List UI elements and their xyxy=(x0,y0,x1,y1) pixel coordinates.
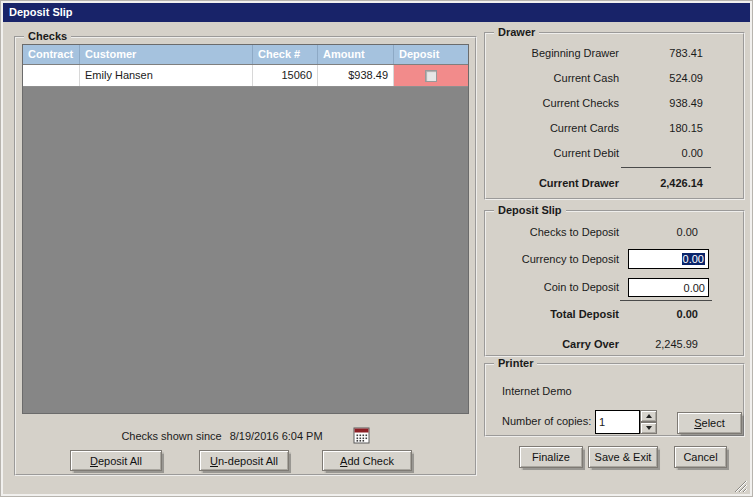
checks-shown-since-label: Checks shown since xyxy=(121,430,221,442)
current-checks-value: 938.49 xyxy=(669,97,703,109)
deposit-slip-group-label: Deposit Slip xyxy=(494,204,566,216)
deposit-total-separator xyxy=(620,300,712,301)
column-header-check-number[interactable]: Check # xyxy=(253,45,318,64)
printer-group: Printer Internet Demo Number of copies: … xyxy=(484,363,745,437)
save-and-exit-button[interactable]: Save & Exit xyxy=(588,446,658,468)
spinner-up-button[interactable] xyxy=(640,410,657,422)
beginning-drawer-label: Beginning Drawer xyxy=(532,47,619,59)
coin-to-deposit-label: Coin to Deposit xyxy=(544,281,619,293)
resize-grip[interactable] xyxy=(733,478,748,493)
total-deposit-value: 0.00 xyxy=(677,308,698,320)
current-debit-value: 0.00 xyxy=(682,147,703,159)
cell-deposit xyxy=(394,65,468,86)
title-bar[interactable]: Deposit Slip xyxy=(3,3,750,22)
current-cards-label: Current Cards xyxy=(550,122,619,134)
column-header-deposit[interactable]: Deposit xyxy=(394,45,468,64)
checks-table: Contract Customer Check # Amount Deposit… xyxy=(22,44,469,414)
spinner-down-button[interactable] xyxy=(640,422,657,434)
current-checks-label: Current Checks xyxy=(543,97,619,109)
checks-to-deposit-value: 0.00 xyxy=(677,226,698,238)
checks-to-deposit-label: Checks to Deposit xyxy=(530,226,619,238)
currency-to-deposit-label: Currency to Deposit xyxy=(522,253,619,265)
deposit-slip-dialog: Deposit Slip Checks Contract Customer Ch… xyxy=(0,0,753,497)
number-of-copies-label: Number of copies: xyxy=(502,415,591,427)
carry-over-value: 2,245.99 xyxy=(655,338,698,350)
total-deposit-label: Total Deposit xyxy=(550,308,619,320)
current-drawer-value: 2,426.14 xyxy=(660,177,703,189)
select-printer-button[interactable]: Select xyxy=(677,412,742,434)
deposit-slip-group: Deposit Slip Checks to Deposit 0.00 Curr… xyxy=(484,210,745,357)
cell-contract xyxy=(23,65,80,86)
current-drawer-label: Current Drawer xyxy=(539,177,619,189)
drawer-group-label: Drawer xyxy=(494,26,539,38)
calendar-icon[interactable] xyxy=(353,427,370,444)
checks-shown-since-date: 8/19/2016 6:04 PM xyxy=(230,430,323,442)
cell-customer: Emily Hansen xyxy=(80,65,253,86)
add-check-button[interactable]: Add Check xyxy=(322,450,412,471)
current-cash-value: 524.09 xyxy=(669,72,703,84)
currency-to-deposit-selected-text: 0.00 xyxy=(682,253,705,265)
column-header-amount[interactable]: Amount xyxy=(318,45,394,64)
undeposit-all-button[interactable]: Un-deposit All xyxy=(199,450,289,471)
number-of-copies-text: 1 xyxy=(599,416,605,428)
cell-check-number: 15060 xyxy=(253,65,318,86)
current-debit-label: Current Debit xyxy=(554,147,619,159)
beginning-drawer-value: 783.41 xyxy=(669,47,703,59)
finalize-button[interactable]: Finalize xyxy=(519,446,583,468)
coin-to-deposit-text: 0.00 xyxy=(684,282,705,294)
coin-to-deposit-input[interactable]: 0.00 xyxy=(628,278,709,297)
cell-amount: $938.49 xyxy=(318,65,394,86)
table-row[interactable]: Emily Hansen 15060 $938.49 xyxy=(23,65,468,87)
current-cash-label: Current Cash xyxy=(554,72,619,84)
carry-over-label: Carry Over xyxy=(562,338,619,350)
currency-to-deposit-input[interactable]: 0.00 xyxy=(628,249,709,269)
cancel-button[interactable]: Cancel xyxy=(674,446,727,468)
checks-shown-since-row: Checks shown since 8/19/2016 6:04 PM xyxy=(16,427,475,444)
checks-table-header: Contract Customer Check # Amount Deposit xyxy=(23,45,468,65)
deposit-all-button[interactable]: Deposit All xyxy=(70,450,162,471)
printer-name: Internet Demo xyxy=(502,385,572,397)
current-cards-value: 180.15 xyxy=(669,122,703,134)
drawer-group: Drawer Beginning Drawer 783.41 Current C… xyxy=(484,32,745,200)
copies-spinner xyxy=(640,410,657,434)
deposit-checkbox[interactable] xyxy=(425,70,437,82)
window-title: Deposit Slip xyxy=(9,6,73,18)
column-header-customer[interactable]: Customer xyxy=(80,45,253,64)
checks-group-label: Checks xyxy=(24,30,71,42)
down-arrow-icon xyxy=(646,426,652,430)
checks-group: Checks Contract Customer Check # Amount … xyxy=(14,36,477,476)
column-header-contract[interactable]: Contract xyxy=(23,45,80,64)
number-of-copies-input[interactable]: 1 xyxy=(595,410,640,434)
up-arrow-icon xyxy=(646,414,652,418)
drawer-total-separator xyxy=(621,167,711,168)
printer-group-label: Printer xyxy=(494,357,537,369)
